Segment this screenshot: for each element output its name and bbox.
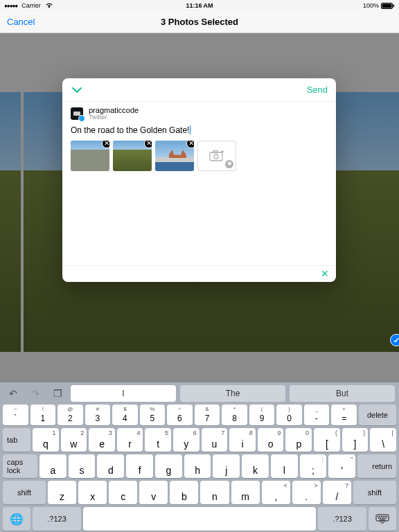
return-key[interactable]: return xyxy=(357,454,396,478)
globe-key[interactable]: 🌐 xyxy=(3,507,30,531)
key-h[interactable]: h xyxy=(184,454,211,478)
key-a[interactable]: a xyxy=(39,454,66,478)
attached-photo-2[interactable]: ✕ xyxy=(113,141,152,171)
shift-key[interactable]: shift xyxy=(353,481,396,504)
tab-key[interactable]: tab xyxy=(3,428,30,452)
key-e[interactable]: 3e xyxy=(89,428,115,452)
delete-key[interactable]: delete xyxy=(359,405,396,425)
svg-rect-16 xyxy=(380,518,382,520)
key-8[interactable]: *8 xyxy=(222,405,247,425)
twitter-badge-icon xyxy=(78,115,85,122)
carrier-label: Carrier xyxy=(21,2,41,9)
key-7[interactable]: &7 xyxy=(195,405,220,425)
nav-header: Cancel 3 Photos Selected xyxy=(0,11,399,33)
key-z[interactable]: z xyxy=(48,481,76,504)
key-5[interactable]: %5 xyxy=(140,405,166,425)
suggestion-1[interactable]: I xyxy=(71,385,176,402)
key--[interactable]: _- xyxy=(304,405,330,425)
key-t[interactable]: 5t xyxy=(145,428,171,452)
attached-photo-1[interactable]: ✕ xyxy=(71,141,109,171)
key-b[interactable]: b xyxy=(170,481,198,504)
svg-rect-15 xyxy=(378,518,380,520)
svg-rect-17 xyxy=(382,518,383,520)
redo-button: ↷ xyxy=(26,385,44,402)
key-d[interactable]: d xyxy=(97,454,124,478)
svg-rect-3 xyxy=(210,152,222,161)
key-x[interactable]: x xyxy=(78,481,107,504)
dismiss-keyboard-key[interactable] xyxy=(369,507,396,531)
key-n[interactable]: n xyxy=(200,481,229,504)
status-bar: ●●●●● Carrier 11:16 AM 100% xyxy=(0,0,399,11)
svg-rect-19 xyxy=(385,518,387,520)
key-v[interactable]: v xyxy=(139,481,168,504)
compose-textarea[interactable]: On the road to the Golden Gate! xyxy=(62,123,336,141)
space-key[interactable] xyxy=(83,507,316,531)
undo-button[interactable]: ↶ xyxy=(4,385,22,402)
battery-indicator: 100% xyxy=(363,2,395,9)
key-s[interactable]: s xyxy=(69,454,96,478)
key-p[interactable]: 0p xyxy=(285,428,312,452)
close-sheet-icon[interactable]: ✕ xyxy=(321,268,329,279)
key-m[interactable]: m xyxy=(231,481,260,504)
key-punct[interactable]: <, xyxy=(262,481,290,504)
key-f[interactable]: f xyxy=(126,454,153,478)
key-punct[interactable]: "' xyxy=(328,454,355,478)
key-c[interactable]: c xyxy=(109,481,137,504)
key-6[interactable]: ^6 xyxy=(167,405,193,425)
key-w[interactable]: 2w xyxy=(61,428,87,452)
account-service: Twitter xyxy=(89,114,139,121)
remove-photo-icon[interactable]: ✕ xyxy=(102,141,109,148)
key-bracket[interactable]: |\ xyxy=(370,428,396,452)
collapse-chevron-icon[interactable] xyxy=(71,86,83,94)
key-0[interactable]: )0 xyxy=(276,405,302,425)
key-=[interactable]: += xyxy=(331,405,357,425)
selected-check-icon xyxy=(390,334,399,346)
key-r[interactable]: 4r xyxy=(117,428,143,452)
keyboard: ↶ ↷ ❐ I The But ~`!1@2#3$4%5^6&7*8(9)0_-… xyxy=(0,382,399,532)
cancel-button[interactable]: Cancel xyxy=(7,17,35,27)
key-punct[interactable]: >. xyxy=(292,481,321,504)
key-k[interactable]: k xyxy=(242,454,269,478)
svg-rect-18 xyxy=(384,518,385,520)
key-y[interactable]: 6y xyxy=(173,428,200,452)
remove-photo-icon[interactable]: ✕ xyxy=(144,141,152,148)
key-2[interactable]: @2 xyxy=(57,405,83,425)
remove-photo-icon[interactable]: ✕ xyxy=(186,141,194,148)
svg-rect-4 xyxy=(213,150,218,152)
svg-rect-9 xyxy=(378,516,379,517)
key-o[interactable]: 9o xyxy=(258,428,284,452)
svg-rect-1 xyxy=(382,3,392,8)
key-punct[interactable]: :; xyxy=(300,454,327,478)
key-u[interactable]: 7u xyxy=(202,428,228,452)
text-cursor xyxy=(190,125,190,134)
key-9[interactable]: (9 xyxy=(249,405,275,425)
account-avatar[interactable] xyxy=(71,107,83,120)
svg-rect-10 xyxy=(380,516,381,517)
shift-key[interactable]: shift xyxy=(3,481,46,504)
key-punct[interactable]: ?/ xyxy=(323,481,351,504)
attached-photo-3[interactable]: ✕ xyxy=(155,141,194,171)
key-i[interactable]: 8i xyxy=(229,428,256,452)
page-title: 3 Photos Selected xyxy=(161,17,238,27)
key-bracket[interactable]: }] xyxy=(342,428,369,452)
key-4[interactable]: $4 xyxy=(112,405,138,425)
add-photo-button[interactable]: ✱ xyxy=(197,141,236,171)
image-settings-icon[interactable]: ✱ xyxy=(225,160,233,168)
capslock-key[interactable]: caps lock xyxy=(3,454,37,478)
symbols-key[interactable]: .?123 xyxy=(33,507,81,531)
key-j[interactable]: j xyxy=(213,454,240,478)
key-g[interactable]: g xyxy=(155,454,182,478)
key-bracket[interactable]: {[ xyxy=(314,428,340,452)
key-q[interactable]: 1q xyxy=(33,428,59,452)
key-`[interactable]: ~` xyxy=(3,405,28,425)
key-l[interactable]: l xyxy=(271,454,298,478)
key-3[interactable]: #3 xyxy=(85,405,111,425)
clipboard-button[interactable]: ❐ xyxy=(48,385,66,402)
send-button[interactable]: Send xyxy=(307,85,328,95)
photo-peek-left[interactable] xyxy=(0,92,21,352)
compose-sheet: Send pragmaticcode Twitter On the road t… xyxy=(62,78,336,282)
suggestion-3[interactable]: But xyxy=(290,385,395,402)
suggestion-2[interactable]: The xyxy=(180,385,285,402)
symbols-key[interactable]: .?123 xyxy=(318,507,366,531)
key-1[interactable]: !1 xyxy=(30,405,56,425)
